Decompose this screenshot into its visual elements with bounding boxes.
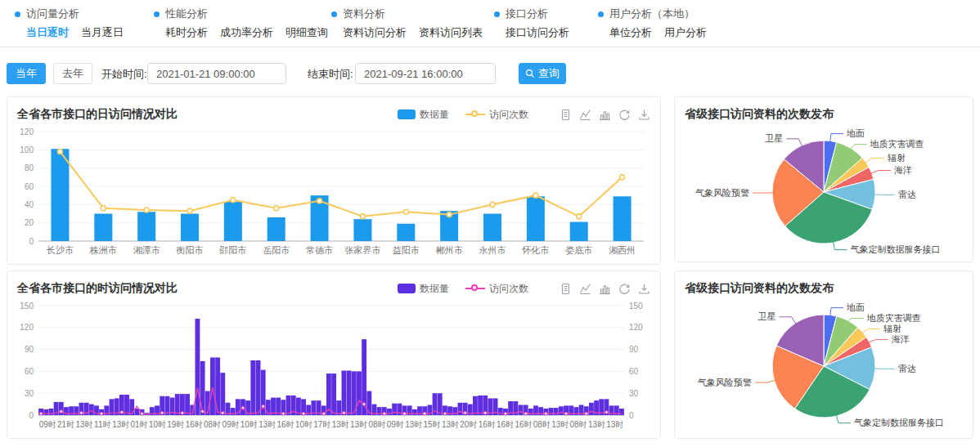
last-year-button[interactable]: 去年 — [53, 63, 92, 84]
panel-hourly-comparison: 全省各市接口的时访问情况对比 数据量 访问次数 0030306060909012 — [7, 270, 661, 439]
legend-label: 访问次数 — [489, 282, 528, 296]
search-icon — [525, 69, 535, 78]
bar-chart-toggle-icon[interactable] — [599, 109, 611, 121]
nav-item-data-access-list[interactable]: 资料访问列表 — [419, 25, 483, 40]
panel-province-pie-2: 省级接口访问资料的次数发布 地面地质灾害调查辐射海洋雷达气象定制数据服务接口气象… — [674, 270, 973, 439]
svg-text:20时: 20时 — [460, 420, 477, 429]
svg-text:13时: 13时 — [442, 420, 459, 429]
chart-toolbox — [560, 283, 650, 295]
line-chart-toggle-icon[interactable] — [579, 283, 591, 295]
svg-text:气象风险预警: 气象风险预警 — [698, 378, 752, 387]
svg-text:雷达: 雷达 — [898, 190, 916, 199]
svg-text:0: 0 — [29, 237, 34, 246]
svg-text:01时: 01时 — [131, 420, 148, 429]
nav-group-label: 访问量分析 — [26, 7, 79, 21]
svg-text:衡阳市: 衡阳市 — [176, 245, 204, 255]
svg-text:20: 20 — [25, 218, 34, 227]
data-view-icon[interactable] — [560, 283, 572, 295]
panel-daily-comparison: 全省各市接口的日访问情况对比 数据量 访问次数 020406080100120长 — [7, 96, 661, 265]
svg-text:株洲市: 株洲市 — [89, 245, 117, 255]
svg-text:张家界市: 张家界市 — [344, 245, 380, 255]
svg-text:120: 120 — [629, 323, 643, 332]
nav-group-title: 性能分析 — [154, 7, 328, 21]
nav-item-hourly-today[interactable]: 当日逐时 — [26, 25, 69, 40]
nav-item-interface-access[interactable]: 接口访问分析 — [506, 25, 569, 40]
chart-legend: 数据量 访问次数 — [398, 108, 528, 122]
legend-label: 访问次数 — [489, 108, 528, 122]
svg-text:湘潭市: 湘潭市 — [133, 245, 160, 255]
nav-item-time-analysis[interactable]: 耗时分析 — [165, 25, 208, 40]
svg-text:辐射: 辐射 — [883, 324, 901, 333]
svg-text:90: 90 — [629, 345, 639, 354]
svg-text:150: 150 — [20, 302, 34, 311]
data-view-icon[interactable] — [560, 109, 572, 121]
line-legend-swatch-icon — [465, 284, 485, 293]
bullet-icon — [154, 11, 160, 17]
svg-text:16时: 16时 — [515, 420, 532, 429]
svg-text:益阳市: 益阳市 — [393, 245, 420, 255]
line-legend-swatch-icon — [465, 110, 485, 119]
svg-text:16时: 16时 — [186, 420, 203, 429]
this-year-button[interactable]: 当年 — [7, 63, 46, 84]
svg-text:90: 90 — [25, 345, 34, 354]
nav-item-success-rate[interactable]: 成功率分析 — [220, 25, 273, 40]
legend-item-data-volume[interactable]: 数据量 — [398, 282, 449, 296]
nav-group-users: 用户分析（本地） 单位分析 用户分析 — [598, 7, 707, 40]
nav-item-detail-query[interactable]: 明细查询 — [285, 25, 328, 40]
nav-group-label: 性能分析 — [165, 7, 208, 21]
chart-legend: 数据量 访问次数 — [398, 282, 528, 296]
svg-text:120: 120 — [20, 127, 34, 136]
svg-text:60: 60 — [25, 367, 34, 376]
save-image-icon[interactable] — [638, 283, 650, 295]
svg-text:海洋: 海洋 — [894, 165, 912, 175]
nav-item-unit-analysis[interactable]: 单位分析 — [609, 25, 652, 40]
daily-bar-line-chart[interactable]: 020406080100120长沙市株洲市湘潭市衡阳市邵阳市岳阳市常德市张家界市… — [11, 123, 655, 262]
province-access-pie-chart[interactable]: 地面地质灾害调查辐射海洋雷达气象定制数据服务接口气象风险预警卫星 — [678, 294, 969, 435]
nav-item-daily-month[interactable]: 当月逐日 — [81, 25, 124, 40]
svg-text:气象定制数据服务接口: 气象定制数据服务接口 — [854, 418, 944, 427]
end-time-input[interactable] — [355, 63, 496, 84]
svg-text:辐射: 辐射 — [888, 153, 906, 163]
hourly-bar-line-chart[interactable]: 0030306060909012012015015009时21时13时11时13… — [11, 297, 655, 436]
line-chart-toggle-icon[interactable] — [579, 109, 591, 121]
svg-text:13时: 13时 — [112, 420, 129, 429]
legend-item-visit-count[interactable]: 访问次数 — [465, 282, 528, 296]
nav-item-user-analysis[interactable]: 用户分析 — [664, 25, 707, 40]
restore-icon[interactable] — [618, 283, 631, 295]
bar-chart-toggle-icon[interactable] — [599, 283, 611, 295]
restore-icon[interactable] — [618, 109, 631, 121]
save-image-icon[interactable] — [638, 109, 650, 121]
svg-text:0: 0 — [29, 411, 34, 420]
svg-text:08时: 08时 — [570, 420, 587, 429]
svg-text:150: 150 — [629, 302, 643, 311]
svg-text:卫星: 卫星 — [757, 311, 775, 321]
svg-text:13时: 13时 — [75, 420, 92, 429]
svg-text:湘西州: 湘西州 — [609, 245, 636, 255]
nav-group-interface: 接口分析 接口访问分析 — [494, 7, 569, 40]
svg-text:0: 0 — [629, 411, 634, 420]
nav-group-title: 用户分析（本地） — [598, 7, 707, 21]
panel-province-pie-1: 省级接口访问资料的次数发布 地面地质灾害调查辐射海洋雷达气象定制数据服务接口气象… — [674, 96, 973, 262]
legend-item-visit-count[interactable]: 访问次数 — [465, 108, 528, 122]
svg-text:13时: 13时 — [258, 420, 276, 429]
query-button[interactable]: 查询 — [519, 63, 566, 84]
svg-text:长沙市: 长沙市 — [46, 245, 74, 255]
svg-text:郴州市: 郴州市 — [436, 245, 463, 255]
nav-group-title: 资料分析 — [331, 7, 483, 21]
chart-title: 全省各市接口的日访问情况对比 — [17, 107, 178, 122]
legend-item-data-volume[interactable]: 数据量 — [398, 108, 449, 122]
nav-group-title: 接口分析 — [494, 7, 569, 21]
svg-text:气象定制数据服务接口: 气象定制数据服务接口 — [850, 244, 940, 254]
svg-text:08时: 08时 — [368, 420, 385, 429]
svg-text:海洋: 海洋 — [892, 334, 910, 344]
bullet-icon — [15, 11, 20, 17]
svg-text:60: 60 — [25, 182, 34, 191]
filter-bar: 当年 去年 开始时间: 结束时间: 查询 — [0, 63, 980, 86]
svg-text:30: 30 — [25, 389, 34, 398]
svg-text:雷达: 雷达 — [898, 364, 916, 373]
start-time-input[interactable] — [147, 63, 286, 84]
svg-text:10时: 10时 — [149, 420, 166, 429]
nav-item-data-access-analysis[interactable]: 资料访问分析 — [343, 25, 407, 40]
svg-text:08时: 08时 — [204, 420, 221, 429]
province-access-pie-chart[interactable]: 地面地质灾害调查辐射海洋雷达气象定制数据服务接口气象风险预警卫星 — [678, 120, 969, 261]
